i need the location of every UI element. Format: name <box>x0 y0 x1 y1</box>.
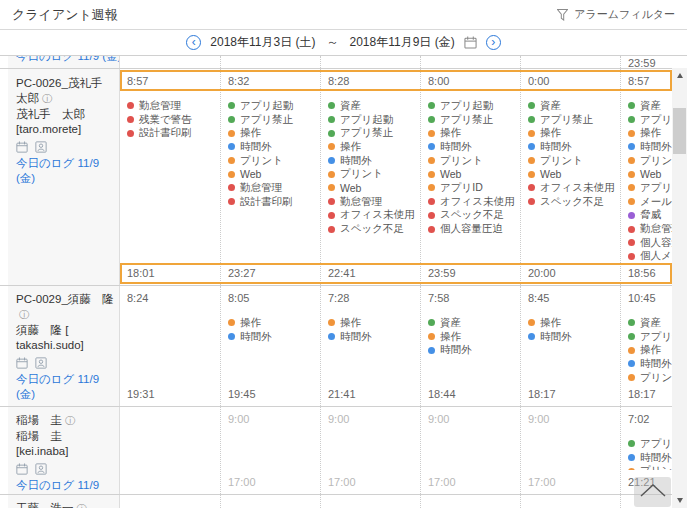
alarm-item[interactable]: プリント <box>428 154 518 168</box>
day-cell[interactable]: 7:28操作時間外21:41 <box>320 286 420 406</box>
day-cell[interactable] <box>420 495 520 508</box>
vertical-scrollbar[interactable] <box>672 68 687 508</box>
alarm-item[interactable]: 設計書印刷 <box>127 126 218 140</box>
alarm-item[interactable]: 個人容量圧迫 <box>428 222 518 236</box>
day-cell[interactable]: 9:0017:00 <box>220 407 320 494</box>
today-log-link[interactable]: 今日のログ 11/9 (金) <box>16 372 114 402</box>
alarm-item[interactable]: オフィス未使用 <box>428 195 518 209</box>
alarm-item[interactable]: アプリ禁止 <box>428 113 518 127</box>
day-cell[interactable]: 8:05操作時間外19:45 <box>220 286 320 406</box>
calendar-icon[interactable] <box>464 36 477 49</box>
info-icon[interactable]: ⓘ <box>42 93 52 104</box>
day-cell[interactable] <box>320 56 420 68</box>
calendar-icon[interactable] <box>16 463 28 475</box>
day-cell[interactable] <box>220 56 320 68</box>
alarm-item[interactable]: 操作 <box>528 126 618 140</box>
day-cell[interactable]: 8:45操作時間外18:17 <box>520 286 620 406</box>
alarm-item[interactable]: スペック不足 <box>428 209 518 223</box>
day-cell[interactable]: 8:57勤怠管理残業で警告設計書印刷18:01 <box>120 69 220 285</box>
alarm-item[interactable]: 操作 <box>528 316 618 330</box>
day-cell[interactable] <box>320 495 420 508</box>
id-card-icon[interactable] <box>35 141 47 153</box>
alarm-item-label: 操作 <box>340 140 361 154</box>
id-card-icon[interactable] <box>35 357 47 369</box>
day-cell[interactable]: 8:00アプリ起動アプリ禁止操作時間外プリントWebアプリIDオフィス未使用スペ… <box>420 69 520 285</box>
scrollbar-down-button[interactable] <box>672 493 687 508</box>
info-icon[interactable]: ⓘ <box>19 309 29 320</box>
alarm-item[interactable]: プリント <box>228 154 318 168</box>
day-cell[interactable]: 8:2419:31 <box>120 286 220 406</box>
day-cell[interactable]: 8:32アプリ起動アプリ禁止操作時間外プリントWeb勤怠管理設計書印刷23:27 <box>220 69 320 285</box>
day-cell[interactable] <box>120 56 220 68</box>
info-icon[interactable]: ⓘ <box>65 415 75 426</box>
alarm-item[interactable]: Web <box>328 181 418 195</box>
alarm-item[interactable]: 時間外 <box>528 140 618 154</box>
alarm-item[interactable]: アプリ起動 <box>328 113 418 127</box>
day-cell[interactable] <box>220 495 320 508</box>
alarm-item[interactable]: プリント <box>328 167 418 181</box>
alarm-item[interactable]: Web <box>528 167 618 181</box>
alarm-item[interactable]: アプリ起動 <box>428 99 518 113</box>
alarm-item[interactable]: オフィス未使用 <box>528 181 618 195</box>
day-cell[interactable] <box>520 495 620 508</box>
alarm-item[interactable]: 操作 <box>428 126 518 140</box>
alarm-item[interactable]: Web <box>428 167 518 181</box>
alarm-item[interactable]: 時間外 <box>428 343 518 357</box>
alarm-item[interactable]: スペック不足 <box>328 222 418 236</box>
alarm-item[interactable]: アプリ禁止 <box>528 113 618 127</box>
alarm-item[interactable]: 操作 <box>228 316 318 330</box>
alarm-item[interactable]: アプリ禁止 <box>228 113 318 127</box>
day-cell[interactable]: 23:59 <box>620 56 687 68</box>
alarm-item[interactable]: 資産 <box>528 99 618 113</box>
alarm-item[interactable]: スペック不足 <box>528 195 618 209</box>
day-cell[interactable] <box>120 495 220 508</box>
alarm-item-list: 資産操作時間外 <box>421 307 520 382</box>
alarm-filter-button[interactable]: アラームフィルター <box>557 7 675 22</box>
alarm-dot-icon <box>328 116 335 123</box>
alarm-item[interactable]: 操作 <box>328 316 418 330</box>
next-week-button[interactable]: › <box>486 35 501 50</box>
day-cell[interactable] <box>420 56 520 68</box>
alarm-item[interactable]: プリント <box>528 154 618 168</box>
day-cell[interactable]: 9:0017:00 <box>320 407 420 494</box>
alarm-item[interactable]: オフィス未使用 <box>328 209 418 223</box>
alarm-item[interactable]: アプリ起動 <box>228 99 318 113</box>
alarm-item[interactable]: 設計書印刷 <box>228 195 318 209</box>
day-cell[interactable]: 9:0017:00 <box>420 407 520 494</box>
alarm-item[interactable]: 時間外 <box>528 330 618 344</box>
prev-week-button[interactable]: ‹ <box>186 35 201 50</box>
alarm-item[interactable]: 資産 <box>328 99 418 113</box>
calendar-icon[interactable] <box>16 357 28 369</box>
day-cell[interactable] <box>520 56 620 68</box>
calendar-icon[interactable] <box>16 141 28 153</box>
alarm-item[interactable]: アプリ禁止 <box>328 126 418 140</box>
day-cell[interactable] <box>120 407 220 494</box>
scrollbar-thumb[interactable] <box>673 108 686 154</box>
info-icon[interactable]: ⓘ <box>77 503 87 508</box>
scrollbar-up-button[interactable] <box>672 68 687 83</box>
alarm-item[interactable]: 時間外 <box>328 154 418 168</box>
alarm-item[interactable]: 勤怠管理 <box>127 99 218 113</box>
today-log-link[interactable]: 今日のログ 11/9 (金) <box>16 56 114 64</box>
alarm-item[interactable]: 資産 <box>428 316 518 330</box>
alarm-item[interactable]: 時間外 <box>228 140 318 154</box>
alarm-item[interactable]: 操作 <box>428 330 518 344</box>
day-cell[interactable]: 8:28資産アプリ起動アプリ禁止操作時間外プリントWeb勤怠管理オフィス未使用ス… <box>320 69 420 285</box>
alarm-item[interactable]: 時間外 <box>428 140 518 154</box>
alarm-item[interactable]: 勤怠管理 <box>228 181 318 195</box>
alarm-item[interactable]: 勤怠管理 <box>328 195 418 209</box>
alarm-item[interactable]: 操作 <box>328 140 418 154</box>
alarm-item[interactable]: Web <box>228 167 318 181</box>
day-cell[interactable]: 7:58資産操作時間外18:44 <box>420 286 520 406</box>
today-log-link[interactable]: 今日のログ 11/9 (金) <box>16 156 114 186</box>
alarm-item[interactable]: アプリID <box>428 181 518 195</box>
alarm-item[interactable]: 時間外 <box>228 330 318 344</box>
today-log-link[interactable]: 今日のログ 11/9 (金) <box>16 478 114 494</box>
day-cell[interactable]: 0:00資産アプリ禁止操作時間外プリントWebオフィス未使用スペック不足20:0… <box>520 69 620 285</box>
alarm-item[interactable]: 時間外 <box>328 330 418 344</box>
alarm-item[interactable]: 操作 <box>228 126 318 140</box>
alarm-item[interactable]: 残業で警告 <box>127 113 218 127</box>
id-card-icon[interactable] <box>35 463 47 475</box>
scroll-to-top-button[interactable] <box>634 477 671 507</box>
day-cell[interactable]: 9:0017:00 <box>520 407 620 494</box>
